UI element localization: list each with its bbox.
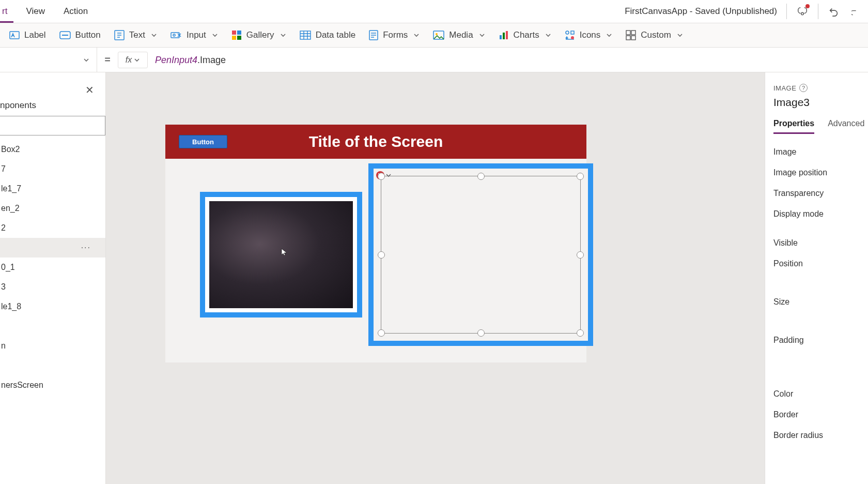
divider — [818, 4, 818, 19]
property-group: Visible Position Size Padding — [773, 238, 868, 345]
prop-visible[interactable]: Visible — [773, 238, 868, 248]
menu-tab-view[interactable]: View — [24, 1, 47, 22]
svg-rect-3 — [62, 35, 68, 36]
resize-handle[interactable] — [477, 173, 485, 180]
ribbon-icons[interactable]: + Icons — [565, 30, 613, 40]
tree-search-input[interactable] — [0, 116, 105, 135]
resize-handle[interactable] — [378, 329, 385, 337]
properties-panel: IMAGE ? Image3 Properties Advanced Image… — [765, 72, 868, 484]
cursor-icon — [281, 248, 288, 255]
tab-advanced[interactable]: Advanced — [828, 119, 864, 134]
selection-bounds — [381, 176, 581, 334]
ribbon-gallery[interactable]: Gallery — [231, 30, 286, 40]
undo-icon[interactable] — [828, 5, 840, 18]
close-icon[interactable]: ✕ — [85, 84, 94, 96]
ribbon-label-text: Label — [24, 30, 46, 40]
menu-tabs: rt View Action FirstCanvasApp - Saved (U… — [0, 0, 868, 23]
tree-item[interactable]: le1_8 — [0, 297, 105, 316]
svg-rect-25 — [631, 36, 636, 40]
ribbon-custom[interactable]: Custom — [626, 30, 683, 40]
formula-input[interactable]: PenInput4.Image — [148, 54, 226, 66]
tree-item[interactable] — [0, 356, 105, 375]
svg-point-6 — [173, 34, 175, 36]
tree-item[interactable] — [0, 316, 105, 336]
prop-border[interactable]: Border — [773, 410, 868, 419]
image-control-left[interactable] — [200, 192, 362, 317]
control-name[interactable]: Image3 — [773, 96, 868, 109]
ribbon-gallery-text: Gallery — [246, 30, 274, 40]
more-icon[interactable]: ··· — [81, 243, 91, 252]
image-control-selected[interactable] — [368, 163, 593, 346]
ribbon-text-text: Text — [129, 30, 145, 40]
prop-position[interactable]: Position — [773, 259, 868, 268]
svg-point-20 — [571, 36, 574, 39]
tree-item[interactable]: 3 — [0, 277, 105, 297]
save-status: FirstCanvasApp - Saved (Unpublished) — [625, 6, 777, 17]
prop-size[interactable]: Size — [773, 297, 868, 307]
ribbon-button-text: Button — [75, 30, 101, 40]
resize-handle[interactable] — [577, 329, 584, 337]
prop-transparency[interactable]: Transparency — [773, 189, 868, 198]
main-area: ✕ nponents Box27le1_7en_22···0_13le1_8nn… — [0, 72, 868, 484]
tree-item[interactable]: 2 — [0, 218, 105, 238]
fx-button[interactable]: fx — [118, 52, 148, 68]
menu-right: FirstCanvasApp - Saved (Unpublished) — [625, 4, 868, 19]
svg-rect-11 — [300, 31, 311, 39]
svg-rect-24 — [626, 36, 630, 40]
prop-padding[interactable]: Padding — [773, 336, 868, 345]
equals-sign: = — [97, 54, 118, 66]
screen-header: Button Title of the Screen — [165, 125, 586, 159]
svg-rect-23 — [631, 31, 636, 35]
app-checker-icon[interactable] — [796, 5, 809, 18]
ribbon-label[interactable]: Label — [9, 30, 46, 40]
tree-item[interactable]: Box2 — [0, 140, 105, 159]
resize-handle[interactable] — [577, 173, 584, 180]
tree-item[interactable]: nersScreen — [0, 375, 105, 395]
ribbon-input-text: Input — [187, 30, 206, 40]
svg-rect-17 — [506, 31, 508, 39]
svg-rect-9 — [232, 36, 236, 40]
prop-color[interactable]: Color — [773, 389, 868, 399]
property-dropdown[interactable] — [0, 48, 97, 72]
ribbon-charts-text: Charts — [514, 30, 539, 40]
property-group: Image Image position Transparency Displa… — [773, 147, 868, 219]
help-icon[interactable]: ? — [799, 84, 808, 92]
tree-item[interactable]: ··· — [0, 238, 105, 258]
ribbon-charts[interactable]: Charts — [499, 30, 551, 40]
ribbon-datatable-text: Data table — [316, 30, 356, 40]
prop-image[interactable]: Image — [773, 147, 868, 157]
prop-border-radius[interactable]: Border radius — [773, 431, 868, 440]
redo-icon[interactable] — [849, 5, 862, 18]
insert-ribbon: Label Button Text Input Gallery Data tab… — [0, 23, 868, 48]
ribbon-text[interactable]: Text — [114, 30, 157, 40]
tree-item[interactable]: n — [0, 336, 105, 356]
header-button[interactable]: Button — [179, 135, 227, 148]
ribbon-button[interactable]: Button — [59, 30, 101, 40]
formula-object: PenInput4 — [155, 55, 197, 65]
ribbon-custom-text: Custom — [641, 30, 671, 40]
ribbon-datatable[interactable]: Data table — [300, 30, 356, 40]
tree-item[interactable]: 0_1 — [0, 258, 105, 277]
canvas-area[interactable]: Button Title of the Screen — [106, 72, 765, 484]
ribbon-input[interactable]: Input — [171, 30, 218, 40]
resize-handle[interactable] — [378, 173, 385, 180]
prop-display-mode[interactable]: Display mode — [773, 209, 868, 219]
menu-tab-action[interactable]: Action — [61, 1, 90, 22]
prop-image-position[interactable]: Image position — [773, 168, 868, 177]
resize-handle[interactable] — [378, 251, 385, 259]
chevron-down-icon[interactable] — [385, 172, 392, 178]
tab-properties[interactable]: Properties — [773, 119, 814, 134]
ribbon-forms[interactable]: Forms — [369, 30, 420, 40]
ribbon-media[interactable]: Media — [433, 30, 485, 40]
resize-handle[interactable] — [477, 329, 485, 337]
tree-item[interactable]: le1_7 — [0, 179, 105, 199]
menu-tab-insert[interactable]: rt — [0, 1, 9, 22]
svg-rect-16 — [503, 33, 505, 39]
tree-item[interactable]: 7 — [0, 159, 105, 179]
svg-rect-1 — [10, 32, 19, 39]
tree-item[interactable]: en_2 — [0, 199, 105, 218]
svg-rect-10 — [237, 36, 241, 40]
resize-handle[interactable] — [577, 251, 584, 259]
control-type-label: IMAGE ? — [773, 84, 868, 92]
tree-view-panel: ✕ nponents Box27le1_7en_22···0_13le1_8nn… — [0, 72, 106, 484]
